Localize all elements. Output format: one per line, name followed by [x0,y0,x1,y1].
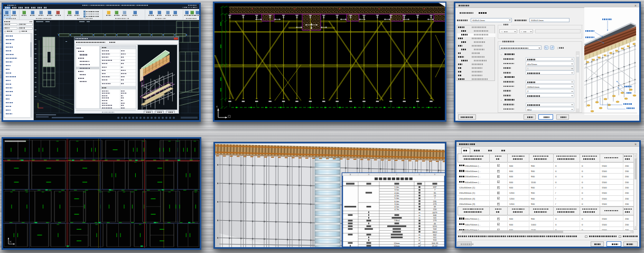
svg-text:m²: m² [418,242,421,245]
svg-text:12mm: 12mm [394,245,400,247]
svg-text:21.22: 21.22 [432,245,438,247]
svg-text:1.0m: 1.0m [395,186,400,188]
svg-text:14: 14 [434,194,436,197]
svg-text:6.0m: 6.0m [395,200,400,203]
svg-text:231: 231 [433,200,437,203]
svg-text:602: 602 [433,233,437,236]
svg-text:5.0m: 5.0m [395,197,400,200]
svg-text:B: B [368,174,369,176]
svg-text:606: 606 [433,214,437,216]
svg-text:4.5m: 4.5m [395,205,400,208]
svg-text:106.99: 106.99 [432,242,438,245]
svg-text:637: 637 [433,186,437,188]
svg-text:504: 504 [433,228,437,230]
svg-text:m²: m² [418,245,421,247]
svg-text:4.0m: 4.0m [395,192,400,194]
svg-text:273: 273 [433,219,437,222]
svg-text:39: 39 [434,205,436,208]
svg-text:3.5m: 3.5m [395,188,400,191]
svg-text:1191: 1191 [433,225,437,228]
svg-text:12mm: 12mm [394,242,400,245]
svg-text:4.7m: 4.7m [395,208,400,211]
svg-text:224: 224 [433,208,437,211]
svg-text:273: 273 [433,203,437,205]
svg-text:E: E [434,174,435,176]
svg-text:4.5m: 4.5m [395,194,400,197]
svg-text:3.0m: 3.0m [395,203,400,205]
svg-text:311: 311 [433,236,437,239]
svg-text:3822: 3822 [433,231,438,233]
svg-text:35: 35 [434,192,436,194]
svg-text:T38x4: T38x4 [394,219,400,222]
svg-text:4479: 4479 [433,211,438,214]
svg-text:46: 46 [434,222,436,225]
svg-text:101: 101 [433,216,437,219]
svg-text:913: 913 [433,239,437,241]
